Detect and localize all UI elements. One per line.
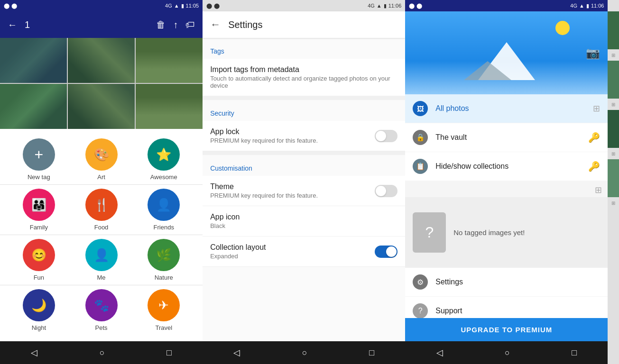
signal-icon: ▲	[174, 3, 179, 9]
android-nav-bar-2: ◁ ○ □	[203, 341, 405, 364]
tag-food[interactable]: 🍴 Food	[78, 189, 125, 231]
security-section-title: Security	[203, 100, 405, 121]
tag-label-nature: Nature	[155, 274, 173, 281]
status-icons-left: ⬤ ⬤	[4, 3, 17, 9]
home-nav-button-3[interactable]: ○	[505, 348, 510, 358]
collection-layout-toggle[interactable]	[375, 246, 397, 258]
me-icon: 👤	[94, 248, 109, 263]
tag-new-tag[interactable]: + New tag	[15, 138, 63, 181]
battery-icon: ▮	[181, 3, 184, 9]
tag-label-pets: Pets	[95, 324, 108, 331]
settings-back-button[interactable]: ←	[210, 18, 221, 31]
photo-cell-4[interactable]	[0, 84, 67, 129]
tag-travel[interactable]: ✈ Travel	[140, 289, 187, 331]
delete-button[interactable]: 🗑	[156, 19, 166, 30]
back-nav-button[interactable]: ◁	[31, 347, 37, 358]
art-icon: 🎨	[94, 147, 109, 162]
tag-button[interactable]: 🏷	[185, 19, 195, 30]
app-icon-item[interactable]: App icon Black	[203, 206, 405, 237]
tag-pets[interactable]: 🐾 Pets	[78, 289, 125, 331]
tag-circle-new-tag: +	[23, 138, 55, 171]
nav-item-hide-show[interactable]: 📋 Hide/show collections 🔑	[405, 152, 608, 181]
tag-label-family: Family	[30, 224, 48, 231]
strip-photo-1	[608, 11, 619, 49]
layout-toggle-row: ⊞	[405, 183, 608, 197]
share-button[interactable]: ↑	[173, 19, 178, 30]
upgrade-label: UPGRADE TO PREMIUM	[461, 326, 552, 334]
star-icon: ⭐	[156, 147, 171, 162]
selection-count: 1	[25, 19, 30, 30]
recent-nav-button-3[interactable]: □	[572, 348, 577, 358]
strip-icon-3: ⊞	[608, 149, 619, 158]
home-nav-button-2[interactable]: ○	[302, 348, 307, 358]
tag-friends[interactable]: 👤 Friends	[140, 189, 187, 231]
toolbar-right: 🗑 ↑ 🏷	[156, 19, 195, 30]
photo-cell-6[interactable]	[136, 84, 203, 129]
tag-circle-friends: 👤	[148, 189, 180, 221]
tag-fun[interactable]: 😊 Fun	[15, 239, 63, 281]
tag-nature[interactable]: 🌿 Nature	[140, 239, 187, 281]
status-info-right-2: 4G ▲ ▮ 11:06	[368, 3, 401, 9]
notification-icon: ⬤	[4, 3, 9, 9]
upgrade-button[interactable]: UPGRADE TO PREMIUM	[405, 318, 608, 341]
mountain-decoration	[459, 37, 554, 94]
network-label: 4G	[165, 3, 172, 9]
tag-art[interactable]: 🎨 Art	[78, 138, 125, 181]
photos-grid	[0, 38, 203, 129]
recent-nav-button[interactable]: □	[166, 348, 172, 358]
home-nav-button[interactable]: ○	[100, 348, 105, 358]
settings-gear-icon: ⚙	[413, 274, 428, 290]
travel-icon: ✈	[158, 298, 169, 313]
tag-circle-art: 🎨	[85, 138, 118, 171]
tag-family[interactable]: 👨‍👩‍👧 Family	[15, 189, 63, 231]
status-info-right: 4G ▲ ▮ 11:05	[165, 3, 199, 9]
app-lock-toggle[interactable]	[375, 130, 397, 142]
tag-awesome[interactable]: ⭐ Awesome	[140, 138, 187, 181]
tag-night[interactable]: 🌙 Night	[15, 289, 63, 331]
photo-cell-3[interactable]	[136, 38, 203, 83]
nav-item-all-photos[interactable]: 🖼 All photos ⊞	[405, 94, 608, 123]
strip-icon-2: ⊞	[608, 100, 619, 109]
tag-circle-me: 👤	[85, 239, 118, 271]
hide-show-key-icon: 🔑	[588, 161, 600, 172]
tag-circle-fun: 😊	[23, 239, 55, 271]
settings-title: Settings	[228, 19, 262, 30]
back-nav-button-2[interactable]: ◁	[233, 347, 240, 358]
nav-support-item[interactable]: ? Support	[405, 297, 608, 318]
status-info-right-3: 4G ▲ ▮ 11:06	[570, 3, 604, 9]
panel-tags: ⬤ ⬤ 4G ▲ ▮ 11:05 ← 1 🗑 ↑ 🏷	[0, 0, 203, 364]
import-tags-item[interactable]: Import tags from metadata Touch to autom…	[203, 59, 405, 96]
strip-icon-1: ⊞	[608, 50, 619, 60]
toolbar-1: ← 1 🗑 ↑ 🏷	[0, 11, 203, 38]
back-nav-button-3[interactable]: ◁	[436, 347, 443, 358]
tags-row-3: 😊 Fun 👤 Me 🌿 Nature	[0, 235, 203, 285]
app-icon-subtitle: Black	[210, 222, 397, 229]
fun-icon: 😊	[31, 248, 46, 263]
camera-icon[interactable]: 📷	[586, 46, 600, 60]
theme-toggle[interactable]	[375, 185, 397, 197]
vault-icon: 🔒	[413, 130, 428, 145]
nav-item-vault[interactable]: 🔒 The vault 🔑	[405, 123, 608, 152]
tag-me[interactable]: 👤 Me	[78, 239, 125, 281]
tags-section: + New tag 🎨 Art ⭐ Awesome �	[0, 129, 203, 341]
photo-cell-5[interactable]	[68, 84, 135, 129]
photo-cell-2[interactable]	[68, 38, 135, 83]
back-button[interactable]: ←	[8, 19, 17, 30]
network-label-3: 4G	[570, 3, 577, 9]
app-lock-title: App lock	[210, 127, 375, 136]
strip-photo-4	[608, 159, 619, 197]
nav-settings-item[interactable]: ⚙ Settings	[405, 268, 608, 297]
strip-photo-3	[608, 110, 619, 148]
status-icons-left-2: ⬤ ⬤	[206, 3, 220, 9]
collection-layout-text: Collection layout Expanded	[210, 243, 375, 260]
signal-icon-2: ▲	[377, 3, 382, 9]
import-tags-title: Import tags from metadata	[210, 65, 397, 74]
tag-label-new-tag: New tag	[28, 173, 50, 181]
network-label-2: 4G	[368, 3, 375, 9]
night-icon: 🌙	[31, 298, 46, 313]
notification-icon-3b: ⬤	[416, 3, 422, 9]
recent-nav-button-2[interactable]: □	[369, 348, 374, 358]
layout-icon-right-2[interactable]: ⊞	[595, 185, 602, 195]
photo-cell-1[interactable]	[0, 38, 67, 83]
tags-row-4: 🌙 Night 🐾 Pets ✈ Travel	[0, 285, 203, 335]
